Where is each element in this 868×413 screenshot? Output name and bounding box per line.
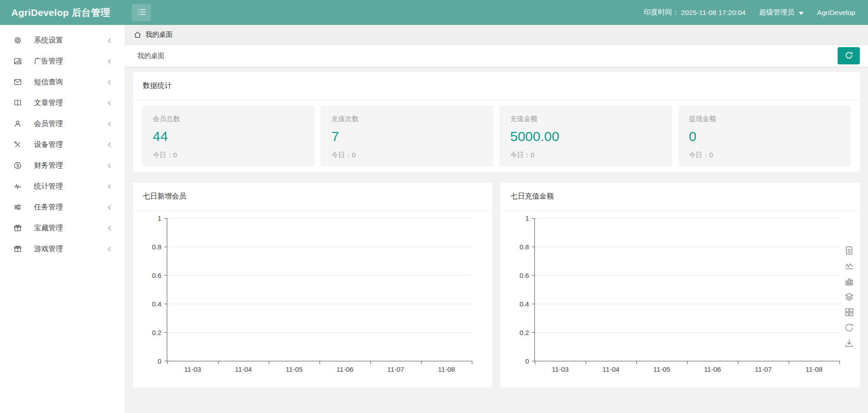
x-axis-tick bbox=[535, 361, 535, 364]
y-axis-label: 0.6 bbox=[504, 272, 529, 279]
sidebar-item-label: 任务管理 bbox=[34, 203, 106, 212]
y-axis-label: 0.2 bbox=[136, 329, 161, 336]
x-axis-label: 11-06 bbox=[704, 365, 721, 373]
tab-bar: 我的桌面 bbox=[125, 45, 868, 67]
chart-plot: 10.80.60.40.2011-0311-0411-0511-0611-071… bbox=[167, 218, 472, 361]
x-axis-tick bbox=[421, 361, 422, 364]
x-axis-label: 11-03 bbox=[552, 365, 568, 373]
sidebar-item[interactable]: 广告管理 bbox=[0, 51, 125, 72]
chart-title: 七日新增会员 bbox=[133, 183, 492, 211]
server-time-label: 印度时间： bbox=[644, 8, 679, 17]
stat-label: 会员总数 bbox=[153, 115, 304, 123]
stat-value: 7 bbox=[331, 129, 482, 144]
x-axis-tick bbox=[586, 361, 586, 364]
dollar-circle-icon: $ bbox=[14, 161, 22, 170]
sidebar-item[interactable]: 会员管理 bbox=[0, 113, 125, 134]
user-role-dropdown[interactable]: 超级管理员 bbox=[759, 8, 804, 17]
sidebar-item-label: 设备管理 bbox=[34, 140, 106, 150]
data-view-icon[interactable] bbox=[844, 245, 854, 256]
chevron-left-icon bbox=[106, 204, 113, 211]
x-axis-label: 11-04 bbox=[235, 365, 252, 373]
x-axis-tick bbox=[738, 361, 738, 364]
y-axis-tick bbox=[165, 247, 167, 247]
sidebar-item[interactable]: 游戏管理 bbox=[0, 238, 125, 259]
chevron-left-icon bbox=[106, 246, 113, 253]
x-axis-tick bbox=[167, 361, 168, 364]
x-axis-label: 11-04 bbox=[602, 365, 619, 373]
sidebar-item-label: 短信查询 bbox=[34, 78, 106, 87]
gridline bbox=[535, 218, 839, 219]
app-title: AgriDevelop 后台管理 bbox=[0, 6, 125, 19]
pulse-icon bbox=[14, 182, 22, 190]
y-axis-label: 1 bbox=[504, 214, 529, 222]
sidebar-item[interactable]: 系统设置 bbox=[0, 30, 125, 51]
stat-value: 5000.00 bbox=[510, 129, 661, 144]
y-axis-label: 0.4 bbox=[136, 300, 161, 308]
sidebar-item[interactable]: 宝藏管理 bbox=[0, 218, 125, 238]
sidebar-toggle-button[interactable] bbox=[132, 4, 151, 21]
sidebar-menu: 系统设置 广告管理 短信查询 文章管理 会员管理 设备管理 $ 财务管理 bbox=[0, 30, 125, 259]
sidebar: 系统设置 广告管理 短信查询 文章管理 会员管理 设备管理 $ 财务管理 bbox=[0, 25, 125, 413]
y-axis-tick bbox=[165, 332, 167, 333]
breadcrumb-label[interactable]: 我的桌面 bbox=[145, 30, 173, 39]
chart-card-new-members: 七日新增会员 10.80.60.40.2011-0311-0411-0511-0… bbox=[133, 183, 492, 388]
gridline bbox=[535, 247, 839, 247]
stat-label: 充值金额 bbox=[510, 115, 661, 123]
image-icon bbox=[14, 57, 22, 65]
sidebar-item[interactable]: 设备管理 bbox=[0, 134, 125, 155]
chevron-left-icon bbox=[106, 79, 113, 86]
stat-value: 0 bbox=[689, 129, 840, 144]
chart-card-recharge-amount: 七日充值金额 10.80.60.40.2011-0311-0411-0511-0… bbox=[500, 183, 860, 388]
stat-today: 今日：0 bbox=[331, 151, 482, 160]
stat-today: 今日：0 bbox=[510, 151, 661, 160]
y-axis-tick bbox=[532, 304, 535, 304]
sidebar-item[interactable]: 文章管理 bbox=[0, 92, 125, 113]
sidebar-item-label: 会员管理 bbox=[34, 119, 106, 129]
stat-label: 充值次数 bbox=[331, 115, 482, 123]
stack-icon[interactable] bbox=[844, 292, 854, 302]
tab-my-desktop[interactable]: 我的桌面 bbox=[137, 52, 165, 60]
bar-chart-icon[interactable] bbox=[844, 276, 854, 287]
stat-value: 44 bbox=[153, 129, 304, 144]
y-axis-label: 0 bbox=[136, 357, 161, 365]
sidebar-item[interactable]: 任务管理 bbox=[0, 197, 125, 218]
tools-icon bbox=[14, 141, 22, 149]
sidebar-item-label: 统计管理 bbox=[34, 182, 106, 191]
stats-section-title: 数据统计 bbox=[133, 72, 860, 100]
y-axis-label: 0.6 bbox=[136, 272, 161, 279]
book-icon bbox=[14, 99, 22, 107]
svg-text:$: $ bbox=[16, 163, 19, 168]
top-header: AgriDevelop 后台管理 印度时间： 2025-11-08 17:20:… bbox=[0, 0, 868, 25]
stat-card: 会员总数 44 今日：0 bbox=[142, 106, 315, 166]
line-chart-icon[interactable] bbox=[844, 261, 854, 271]
tiled-icon[interactable] bbox=[844, 307, 854, 317]
sidebar-item[interactable]: 短信查询 bbox=[0, 72, 125, 92]
sidebar-item[interactable]: $ 财务管理 bbox=[0, 155, 125, 176]
refresh-button[interactable] bbox=[838, 47, 860, 64]
sidebar-item[interactable]: 统计管理 bbox=[0, 176, 125, 197]
stat-card: 充值金额 5000.00 今日：0 bbox=[499, 106, 672, 166]
y-axis-tick bbox=[165, 275, 167, 276]
home-icon bbox=[134, 31, 141, 39]
main-area: 我的桌面 我的桌面 数据统计 会员总数 44 今日：0 充值次数 7 今日：0 … bbox=[125, 25, 868, 413]
gridline bbox=[535, 304, 839, 304]
gridline bbox=[167, 332, 472, 333]
x-axis-tick bbox=[370, 361, 371, 364]
chevron-left-icon bbox=[106, 100, 113, 107]
stat-today: 今日：0 bbox=[689, 151, 840, 160]
chart-title: 七日充值金额 bbox=[500, 183, 860, 211]
restore-icon[interactable] bbox=[844, 322, 854, 333]
x-axis-label: 11-07 bbox=[755, 365, 771, 373]
user-icon bbox=[14, 120, 22, 128]
gridline bbox=[167, 304, 472, 304]
y-axis-tick bbox=[165, 218, 167, 219]
sidebar-item-label: 宝藏管理 bbox=[34, 224, 106, 233]
stat-today: 今日：0 bbox=[153, 151, 304, 160]
username-link[interactable]: AgriDevelop bbox=[817, 9, 855, 17]
x-axis-label: 11-05 bbox=[653, 365, 670, 373]
save-image-icon[interactable] bbox=[844, 338, 854, 348]
y-axis-label: 0.8 bbox=[136, 243, 161, 251]
y-axis-label: 0.4 bbox=[504, 300, 529, 308]
x-axis-tick bbox=[218, 361, 218, 364]
chevron-left-icon bbox=[106, 37, 113, 44]
